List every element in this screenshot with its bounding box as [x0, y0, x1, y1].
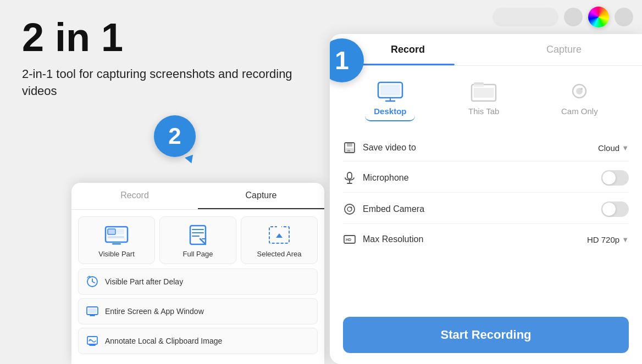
svg-point-40 — [351, 207, 352, 209]
right-panel: 1 Record Capture — [319, 0, 642, 364]
badge-2: 2 — [154, 115, 196, 157]
panel-body: Desktop This Tab — [330, 66, 642, 364]
record-type-desktop[interactable]: Desktop — [365, 77, 415, 121]
selected-area-label: Selected Area — [257, 250, 302, 258]
settings-list: Save video to Cloud ▼ — [343, 135, 629, 317]
full-page-icon — [186, 225, 210, 245]
cam-only-label: Cam Only — [561, 107, 598, 116]
subtitle: 2-in-1 tool for capturing screenshots an… — [22, 66, 297, 100]
embed-camera-label: Embed Camera — [363, 204, 601, 214]
svg-text:HD: HD — [346, 238, 351, 242]
top-bar — [319, 0, 642, 34]
svg-rect-34 — [347, 150, 350, 152]
svg-rect-21 — [380, 85, 400, 96]
capture-panel: Record Capture — [71, 183, 324, 364]
save-video-label: Save video to — [363, 143, 598, 153]
top-bar-pill — [492, 8, 558, 26]
entire-screen-label: Entire Screen & App Window — [105, 307, 204, 316]
svg-point-18 — [90, 339, 91, 341]
tab-capture[interactable]: Capture — [486, 34, 642, 65]
left-panel: 2 in 1 2-in-1 tool for capturing screens… — [0, 0, 319, 364]
this-tab-label: This Tab — [468, 107, 499, 116]
save-video-arrow: ▼ — [622, 144, 629, 152]
svg-rect-26 — [474, 85, 484, 87]
microphone-label: Microphone — [363, 173, 601, 183]
capture-visible-part[interactable]: Visible Part — [78, 216, 155, 264]
svg-rect-5 — [112, 243, 121, 245]
annotate-label: Annotate Local & Clipboard Image — [105, 337, 222, 345]
capture-panel-tabs: Record Capture — [71, 183, 324, 210]
camera-icon — [343, 203, 356, 216]
capture-selected-area[interactable]: Selected Area — [241, 216, 318, 264]
desktop-label: Desktop — [374, 107, 406, 116]
max-resolution-value[interactable]: HD 720p ▼ — [587, 235, 629, 244]
entire-screen-item[interactable]: Entire Screen & App Window — [78, 298, 318, 324]
capture-full-page[interactable]: Full Page — [159, 216, 236, 264]
setting-embed-camera: Embed Camera — [343, 195, 629, 224]
resolution-icon: HD — [343, 233, 356, 246]
record-type-cam-only[interactable]: Cam Only — [552, 77, 607, 121]
svg-rect-27 — [474, 88, 494, 98]
delay-label: Visible Part after Delay — [105, 277, 183, 286]
capture-grid: Visible Part Full Page — [78, 216, 318, 264]
microphone-toggle[interactable] — [601, 170, 629, 186]
record-types: Desktop This Tab — [343, 77, 629, 121]
svg-point-38 — [345, 204, 355, 214]
tab-record-left[interactable]: Record — [71, 183, 198, 209]
annotate-local-item[interactable]: Annotate Local & Clipboard Image — [78, 328, 318, 354]
start-recording-button[interactable]: Start Recording — [343, 317, 629, 353]
save-icon — [343, 141, 356, 154]
main-title: 2 in 1 — [22, 18, 297, 57]
record-panel: 1 Record Capture — [330, 34, 642, 364]
this-tab-icon — [471, 81, 497, 103]
screen-icon — [86, 305, 98, 317]
setting-save-video: Save video to Cloud ▼ — [343, 135, 629, 161]
svg-rect-35 — [347, 172, 352, 179]
svg-point-30 — [580, 88, 583, 90]
top-bar-circle — [564, 8, 583, 26]
resolution-arrow: ▼ — [622, 236, 629, 244]
selected-area-icon — [267, 225, 291, 245]
cam-only-icon — [566, 81, 593, 103]
record-type-this-tab[interactable]: This Tab — [460, 77, 508, 121]
tab-capture-left[interactable]: Capture — [198, 183, 324, 209]
save-video-value[interactable]: Cloud ▼ — [598, 143, 629, 153]
visible-part-icon — [104, 225, 129, 245]
delay-icon — [86, 276, 98, 288]
svg-rect-3 — [117, 229, 124, 234]
app-icon — [588, 7, 609, 27]
panel-tabs: Record Capture — [330, 34, 642, 66]
full-page-label: Full Page — [183, 250, 213, 258]
top-bar-circle-2 — [615, 8, 633, 26]
svg-rect-16 — [88, 309, 96, 313]
annotate-icon — [86, 335, 98, 347]
visible-part-delay-item[interactable]: Visible Part after Delay — [78, 268, 318, 295]
desktop-icon — [377, 81, 403, 103]
max-resolution-label: Max Resolution — [363, 234, 587, 244]
visible-part-label: Visible Part — [98, 250, 135, 258]
setting-max-resolution: HD Max Resolution HD 720p ▼ — [343, 226, 629, 253]
setting-microphone: Microphone — [343, 164, 629, 193]
capture-panel-items: Visible Part Full Page — [71, 210, 324, 364]
microphone-icon — [343, 171, 356, 184]
svg-rect-32 — [347, 143, 352, 147]
svg-rect-1 — [108, 229, 115, 234]
main-container: 2 in 1 2-in-1 tool for capturing screens… — [0, 0, 642, 364]
embed-camera-toggle[interactable] — [601, 201, 629, 217]
svg-rect-4 — [108, 236, 124, 238]
